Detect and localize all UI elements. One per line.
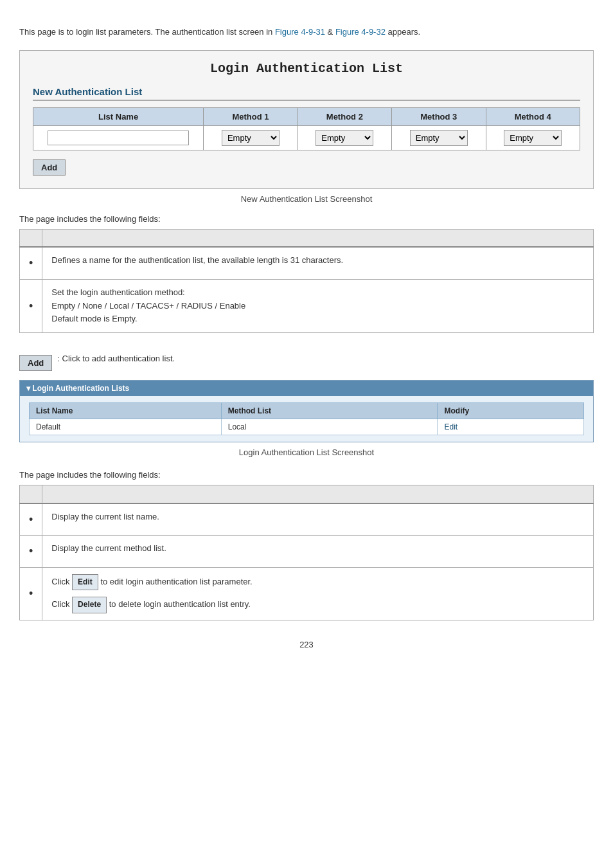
panel-modify-cell: Edit — [438, 419, 584, 435]
login-desc-text-1: Display the current list name. — [42, 503, 594, 536]
intro-text-middle: & — [325, 27, 335, 37]
desc-header-row — [20, 229, 594, 247]
method4-cell: Empty None Local TACACS+ RADIUS Enable — [486, 125, 580, 150]
col-list-name: List Name — [33, 107, 204, 125]
desc-text-2: Set the login authentication method: Emp… — [42, 279, 594, 332]
intro-paragraph: This page is to login list parameters. T… — [19, 26, 594, 39]
figure-4-9-31-link[interactable]: Figure 4-9-31 — [275, 27, 325, 37]
login-bullet-3: • — [20, 568, 42, 620]
bullet-1: • — [20, 247, 42, 279]
col-method2: Method 2 — [298, 107, 391, 125]
method2-cell: Empty None Local TACACS+ RADIUS Enable — [298, 125, 391, 150]
panel-table-row: Default Local Edit — [30, 419, 584, 435]
col-method1: Method 1 — [204, 107, 298, 125]
auth-list-title: Login Authentication List — [33, 61, 580, 76]
intro-text-end: appears. — [386, 27, 420, 37]
desc-line2: Empty / None / Local / TACACS+ / RADIUS … — [51, 301, 245, 311]
panel-header: Login Authentication Lists — [20, 381, 593, 396]
login-desc-text-2: Display the current method list. — [42, 536, 594, 568]
login-bullet-1: • — [20, 503, 42, 536]
delete-suffix: to delete login authentication list entr… — [109, 599, 251, 609]
panel-body: List Name Method List Modify Default Loc… — [20, 396, 593, 442]
table-header-row: List Name Method 1 Method 2 Method 3 Met… — [33, 107, 580, 125]
method1-cell: Empty None Local TACACS+ RADIUS Enable — [204, 125, 298, 150]
login-auth-panel: Login Authentication Lists List Name Met… — [19, 380, 594, 442]
method4-select[interactable]: Empty None Local TACACS+ RADIUS Enable — [504, 130, 562, 146]
figure-4-9-32-link[interactable]: Figure 4-9-32 — [335, 27, 386, 37]
login-auth-table: List Name Method List Modify Default Loc… — [29, 402, 584, 435]
login-desc-header-row — [20, 485, 594, 503]
bullet-2: • — [20, 279, 42, 332]
new-auth-section: New Authentication List List Name Method… — [33, 86, 580, 176]
add-section: Add : Click to add authentication list. — [19, 346, 594, 371]
fields-label-2: The page includes the following fields: — [19, 470, 594, 480]
edit-inline-button: Edit — [72, 574, 98, 590]
edit-suffix: to edit login authentication list parame… — [100, 577, 252, 586]
login-desc-text-3: Click Edit to edit login authentication … — [42, 568, 594, 620]
panel-method-list-cell: Local — [221, 419, 438, 435]
add-button-main[interactable]: Add — [19, 355, 52, 371]
desc-row-2: • Set the login authentication method: E… — [20, 279, 594, 332]
page-number: 223 — [19, 640, 594, 649]
login-desc-header-col2 — [42, 485, 594, 503]
auth-list-box: Login Authentication List New Authentica… — [19, 50, 594, 189]
login-desc-row-2: • Display the current method list. — [20, 536, 594, 568]
fields-label-1: The page includes the following fields: — [19, 214, 594, 224]
delete-prefix: Click — [51, 599, 72, 609]
col-method3: Method 3 — [392, 107, 486, 125]
panel-list-name-cell: Default — [30, 419, 222, 435]
desc-line1: Set the login authentication method: — [51, 287, 184, 297]
edit-prefix: Click — [51, 577, 72, 586]
list-name-cell — [33, 125, 204, 150]
desc-header-col1 — [20, 229, 42, 247]
table-row: Empty None Local TACACS+ RADIUS Enable E… — [33, 125, 580, 150]
login-desc-row-1: • Display the current list name. — [20, 503, 594, 536]
new-auth-fields-table: • Defines a name for the authentication … — [19, 229, 594, 334]
col-method4: Method 4 — [486, 107, 580, 125]
list-name-input[interactable] — [48, 131, 189, 145]
method3-select[interactable]: Empty None Local TACACS+ RADIUS Enable — [410, 130, 468, 146]
login-desc-header-col1 — [20, 485, 42, 503]
new-auth-section-title: New Authentication List — [33, 86, 580, 101]
desc-row-1: • Defines a name for the authentication … — [20, 247, 594, 279]
new-auth-caption: New Authentication List Screenshot — [19, 194, 594, 204]
method1-select[interactable]: Empty None Local TACACS+ RADIUS Enable — [222, 130, 280, 146]
edit-link[interactable]: Edit — [444, 422, 458, 431]
panel-col-modify: Modify — [438, 403, 584, 419]
panel-col-method-list: Method List — [221, 403, 438, 419]
login-auth-caption: Login Authentication List Screenshot — [19, 448, 594, 457]
desc-line3: Default mode is Empty. — [51, 314, 137, 323]
add-button-top[interactable]: Add — [33, 159, 66, 176]
desc-header-col2 — [42, 229, 594, 247]
login-desc-row-3: • Click Edit to edit login authenticatio… — [20, 568, 594, 620]
panel-col-list-name: List Name — [30, 403, 222, 419]
panel-table-header-row: List Name Method List Modify — [30, 403, 584, 419]
login-bullet-2: • — [20, 536, 42, 568]
intro-text-start: This page is to login list parameters. T… — [19, 27, 275, 37]
method2-select[interactable]: Empty None Local TACACS+ RADIUS Enable — [315, 130, 373, 146]
login-auth-fields-table: • Display the current list name. • Displ… — [19, 485, 594, 620]
add-section-description: : Click to add authentication list. — [57, 354, 175, 363]
desc-text-1: Defines a name for the authentication li… — [42, 247, 594, 279]
delete-inline-button: Delete — [72, 597, 107, 613]
method3-cell: Empty None Local TACACS+ RADIUS Enable — [392, 125, 486, 150]
new-auth-table: List Name Method 1 Method 2 Method 3 Met… — [33, 107, 580, 150]
